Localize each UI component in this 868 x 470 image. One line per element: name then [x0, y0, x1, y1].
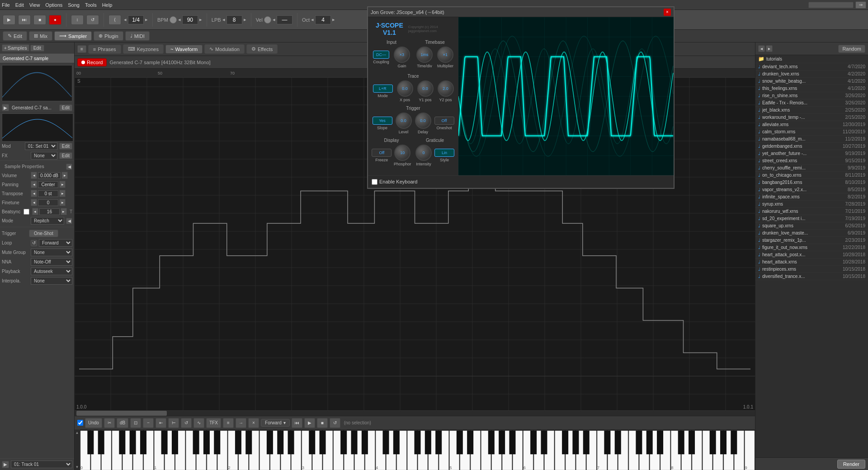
vel-arrow-left[interactable]: ◂	[273, 17, 275, 23]
file-row[interactable]: ♩on_to_chicago.xrns8/11/2019	[755, 172, 868, 179]
process-btn[interactable]: ⊡	[130, 418, 141, 428]
tab-modulation[interactable]: ∿ Modulation	[204, 44, 245, 54]
loop-btn2[interactable]: ↺	[181, 418, 192, 428]
follow-btn[interactable]: ↕	[71, 15, 84, 25]
waveform-scrollbar[interactable]	[75, 410, 755, 416]
fx-select[interactable]: None	[31, 152, 57, 160]
tab-sampler[interactable]: ⟿ Sampler	[54, 31, 92, 41]
add-sample-btn[interactable]: + Samples	[2, 44, 29, 52]
file-row[interactable]: 📁tutorials	[755, 55, 868, 63]
file-row[interactable]: ♩drunken_love_maste...6/9/2019	[755, 230, 868, 237]
file-row[interactable]: ♩nakoruru_wtf.xrns7/21/2019	[755, 208, 868, 215]
phosphor-knob-circle[interactable]: 10	[394, 145, 410, 161]
undo-btn[interactable]: Undo	[85, 418, 102, 428]
play-pattern-btn[interactable]: ⏭	[18, 15, 31, 25]
file-row[interactable]: ♩drunken_love.xrns4/2/2020	[755, 70, 868, 78]
file-row[interactable]: ♩cherry_souffle_remi...9/9/2019	[755, 164, 868, 172]
menu-tools[interactable]: Tools	[85, 2, 97, 8]
stop-sel-btn[interactable]: ■	[317, 418, 328, 428]
file-row[interactable]: ♩snow_white_beatsg...4/1/2020	[755, 78, 868, 85]
loop-icon[interactable]: ↺	[31, 240, 37, 246]
arrow-right-btn[interactable]: →	[236, 418, 246, 428]
x-btn[interactable]: ×	[248, 418, 259, 428]
panning-dec[interactable]: ◂	[31, 181, 37, 188]
mute-group-select[interactable]: None	[31, 249, 72, 256]
file-row[interactable]: ♩square_up.xrns6/26/2019	[755, 222, 868, 230]
file-row[interactable]: ♩restinpieces.xrns10/15/2018	[755, 266, 868, 273]
sample-edit-btn-2[interactable]: Edit	[59, 104, 72, 111]
timediv-knob-circle[interactable]: 1ms	[416, 47, 433, 63]
record-button[interactable]: Record	[77, 58, 107, 66]
loop-select[interactable]: Forward	[39, 239, 72, 247]
file-row[interactable]: ♩heart_attack.xrns10/28/2018	[755, 258, 868, 266]
tab-mix[interactable]: ⊞ Mix	[29, 31, 52, 41]
piano-canvas[interactable]	[80, 430, 755, 470]
mode-select[interactable]: Repitch	[31, 217, 64, 225]
oct-arrow-left[interactable]: ◂	[311, 17, 314, 23]
freeze-btn[interactable]: Off	[372, 149, 392, 157]
nav-fwd-btn[interactable]: ▸	[766, 45, 773, 52]
file-row[interactable]: ♩workaround_temp -...2/15/2020	[755, 114, 868, 121]
tab-edit[interactable]: ✎ Edit	[3, 31, 27, 41]
vel-knob[interactable]	[264, 16, 271, 24]
menu-edit[interactable]: Edit	[15, 2, 24, 8]
volume-dec[interactable]: ◂	[31, 172, 37, 179]
record-btn[interactable]: ●	[49, 15, 61, 25]
interpola-select[interactable]: None	[31, 277, 72, 285]
delay-knob-circle[interactable]: 0.0	[415, 113, 431, 129]
file-row[interactable]: ♩EatMe - Trx - Renois...3/26/2020	[755, 99, 868, 107]
file-row[interactable]: ♩stargazer_remix_1p...2/23/2019	[755, 237, 868, 244]
bpm-knob[interactable]	[170, 16, 177, 24]
beatsync-checkbox[interactable]	[24, 209, 29, 215]
file-row[interactable]: ♩calm_storm.xrns11/20/2019	[755, 128, 868, 136]
mod-select[interactable]: 01: Set 01	[25, 142, 57, 150]
file-row[interactable]: ♩bangbang2016.xrns8/10/2019	[755, 179, 868, 186]
sample-item-1[interactable]: Generated C-7 sample	[0, 54, 74, 63]
file-row[interactable]: ♩namabaseball68_m...11/2/2019	[755, 136, 868, 143]
random-btn-right[interactable]: Random	[838, 45, 865, 53]
tab-plugin[interactable]: ⊕ Plugin	[94, 31, 123, 41]
slope-btn[interactable]: Yes	[373, 117, 392, 125]
arrow-right[interactable]: ▸	[145, 17, 148, 23]
intensity-knob-circle[interactable]: 0	[415, 145, 432, 161]
style-btn[interactable]: Lin	[434, 149, 454, 157]
arrows-btn[interactable]: ⇤	[156, 418, 166, 428]
multiplier-knob-circle[interactable]: ×1	[437, 47, 453, 63]
file-row[interactable]: ♩jet_black.xrns2/25/2020	[755, 107, 868, 114]
beatsync-dec[interactable]: ◂	[32, 208, 38, 215]
file-row[interactable]: ♩infinite_space.xrns8/2/2019	[755, 193, 868, 201]
file-row[interactable]: ♩syrup.xrns7/28/2019	[755, 201, 868, 208]
expand-btn[interactable]: ⇒	[855, 1, 866, 9]
menu-file[interactable]: File	[2, 2, 10, 8]
db-btn[interactable]: dB	[117, 418, 128, 428]
trigger-oneshot-btn[interactable]: One-Shot	[29, 230, 58, 237]
norm-btn[interactable]: ≡	[223, 418, 234, 428]
track-select[interactable]: 01: Track 01	[11, 461, 72, 468]
sidebar-edit-btn[interactable]: Edit	[30, 45, 44, 52]
begin-btn[interactable]: ⏮	[292, 418, 302, 428]
menu-options[interactable]: Options	[45, 2, 62, 8]
undo-checkbox[interactable]	[77, 420, 83, 426]
sampler-toolbar-btn[interactable]: ≡	[77, 45, 86, 53]
panning-inc[interactable]: ▸	[59, 181, 66, 188]
minus-btn[interactable]: −	[143, 418, 154, 428]
nav-back-btn[interactable]: ◂	[758, 45, 765, 52]
file-row[interactable]: ♩diversified_trance.x...10/15/2018	[755, 273, 868, 280]
sample-props-expand[interactable]: ◀	[66, 164, 72, 170]
piano-up[interactable]: ▲	[75, 431, 79, 435]
file-row[interactable]: ♩yet_another_future -...9/19/2019	[755, 150, 868, 157]
scrollbar-thumb[interactable]	[76, 411, 167, 416]
tab-waveform[interactable]: ~ Waveform	[165, 45, 203, 53]
volume-inc[interactable]: ▸	[61, 172, 68, 179]
loop-sel-btn[interactable]: ↺	[330, 418, 340, 428]
menu-help[interactable]: Help	[102, 2, 113, 8]
file-row[interactable]: ♩figure_it_out_now.xrns12/22/2018	[755, 244, 868, 251]
file-row[interactable]: ♩deviant_tech.xrns4/7/2020	[755, 63, 868, 70]
track-play-btn[interactable]: ▶	[2, 461, 9, 468]
scissors-btn[interactable]: ✂	[104, 418, 115, 428]
tab-effects[interactable]: ⚙ Effects	[246, 44, 278, 54]
arrow-left[interactable]: ◂	[124, 17, 127, 23]
piano-down[interactable]: ▼	[75, 465, 79, 469]
menu-song[interactable]: Song	[68, 2, 80, 8]
sample-item-2[interactable]: Generated C-7 sa...	[11, 104, 57, 111]
